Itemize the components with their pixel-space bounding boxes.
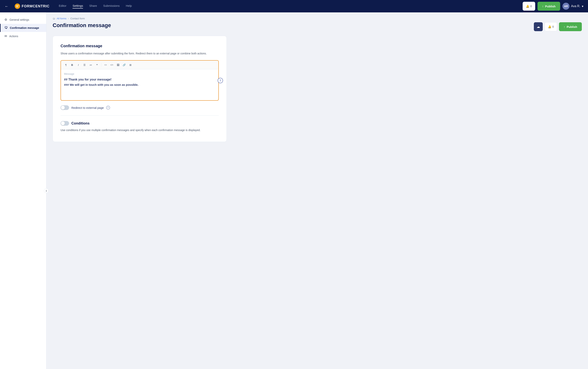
section-description: Show users a confirmation message after …: [60, 51, 219, 56]
publish-label: Publish: [545, 5, 556, 8]
user-name: Ava R.: [571, 4, 580, 8]
content-card: Confirmation message Show users a confir…: [53, 36, 227, 142]
redirect-label: Redirect to external page: [71, 106, 104, 109]
user-menu[interactable]: AR Ava R. ▾: [562, 3, 583, 10]
gear-icon: ⚙: [4, 18, 7, 21]
app-layout: ⚙ General settings 🗨 Confirmation messag…: [0, 0, 588, 369]
editor-placeholder: Message: [64, 72, 215, 75]
sidebar-item-label: Confirmation message: [10, 26, 39, 30]
publish-button[interactable]: ↑ Publish: [538, 2, 560, 11]
bell-icon: 🔔: [548, 25, 551, 28]
redirect-toggle[interactable]: [60, 105, 69, 110]
avatar: AR: [562, 3, 569, 10]
breadcrumb-form-name: Contact form: [70, 17, 85, 20]
notify-button[interactable]: 🔔 0: [523, 2, 535, 11]
sidebar: ⚙ General settings 🗨 Confirmation messag…: [0, 12, 46, 369]
header-actions: ☁ 🔔 0 ↑ Publish: [534, 22, 582, 31]
header-notify-button[interactable]: 🔔 0: [545, 22, 557, 31]
toolbar-separator: [101, 63, 101, 67]
toolbar-bullet-list-btn[interactable]: ☰: [82, 62, 87, 68]
section-title: Confirmation message: [60, 44, 219, 48]
breadcrumb-separator: ›: [68, 17, 69, 20]
topnav: ← FORMCENTRIC Editor Settings Share Subm…: [0, 0, 588, 12]
toolbar-image-btn[interactable]: 🖼: [115, 62, 121, 68]
section-divider: [60, 115, 219, 116]
nav-share[interactable]: Share: [89, 4, 97, 9]
conditions-label: Conditions: [71, 121, 89, 125]
editor-toolbar: ¶ B I ☰ ≔ ❝ <> </> 🖼 🔗 ⊞: [61, 61, 218, 69]
nav-right: 🔔 0 ↑ Publish AR Ava R. ▾: [523, 2, 583, 11]
envelope-icon: ✉: [4, 34, 7, 38]
editor-wrapper: ¶ B I ☰ ≔ ❝ <> </> 🖼 🔗 ⊞: [60, 60, 219, 101]
nav-settings[interactable]: Settings: [73, 4, 83, 9]
editor-content[interactable]: Message ## Thank you for your message! #…: [61, 69, 218, 100]
toolbar-code-block-btn[interactable]: </>: [109, 62, 115, 68]
back-button[interactable]: ←: [5, 4, 9, 9]
logo-text: FORMCENTRIC: [22, 4, 49, 8]
main-content: 🗂 All forms › Contact form Confirmation …: [46, 12, 588, 369]
bell-icon: 🔔: [526, 5, 529, 8]
toolbar-blockquote-btn[interactable]: ❝: [94, 62, 100, 68]
toolbar-ordered-list-btn[interactable]: ≔: [88, 62, 93, 68]
editor-line-2[interactable]: ### We will get in touch with you as soo…: [64, 82, 215, 87]
breadcrumb-all-forms[interactable]: All forms: [57, 17, 67, 20]
conditions-knob: [61, 121, 65, 125]
sidebar-item-confirmation-message[interactable]: 🗨 Confirmation message: [0, 24, 46, 32]
toolbar-italic-btn[interactable]: I: [76, 62, 81, 68]
sidebar-item-actions[interactable]: ✉ Actions: [0, 32, 46, 40]
collapse-icon: ‖: [46, 190, 47, 192]
nav-editor[interactable]: Editor: [59, 4, 66, 9]
nav-links: Editor Settings Share Submissions Help: [59, 4, 132, 9]
page-title: Confirmation message: [53, 22, 111, 29]
header-notify-count: 0: [552, 25, 554, 28]
page-header: Confirmation message ☁ 🔔 0 ↑ Publish: [53, 22, 582, 31]
publish-icon: ↑: [542, 5, 544, 8]
sidebar-item-general-settings[interactable]: ⚙ General settings: [0, 15, 46, 24]
notify-count: 0: [530, 5, 532, 8]
conditions-toggle[interactable]: [60, 121, 69, 126]
header-publish-button[interactable]: ↑ Publish: [559, 22, 582, 31]
cloud-icon: ☁: [537, 25, 540, 29]
toggle-knob: [61, 106, 65, 110]
nav-help[interactable]: Help: [126, 4, 132, 9]
toolbar-paragraph-btn[interactable]: ¶: [63, 62, 69, 68]
editor-line-1[interactable]: ## Thank you for your message!: [64, 77, 215, 82]
sidebar-item-label: General settings: [10, 18, 29, 21]
redirect-toggle-row: Redirect to external page ?: [60, 105, 219, 110]
cloud-save-button[interactable]: ☁: [534, 22, 543, 31]
toolbar-bold-btn[interactable]: B: [69, 62, 75, 68]
upload-icon: ↑: [564, 25, 565, 29]
logo: FORMCENTRIC: [15, 3, 49, 9]
sidebar-collapse-button[interactable]: ‖: [44, 188, 49, 193]
redirect-help-icon[interactable]: ?: [106, 106, 110, 110]
header-publish-label: Publish: [567, 25, 577, 29]
toolbar-link-btn[interactable]: 🔗: [121, 62, 127, 68]
back-icon: ←: [5, 4, 9, 9]
chevron-down-icon: ▾: [582, 4, 583, 8]
editor-help-icon[interactable]: ?: [218, 78, 223, 83]
breadcrumb: 🗂 All forms › Contact form: [53, 17, 582, 20]
toolbar-table-btn[interactable]: ⊞: [128, 62, 133, 68]
toolbar-code-inline-btn[interactable]: <>: [103, 62, 108, 68]
logo-icon: [15, 3, 20, 9]
sidebar-item-label: Actions: [9, 35, 18, 38]
conditions-description: Use conditions if you use multiple confi…: [60, 128, 219, 132]
nav-submissions[interactable]: Submissions: [103, 4, 119, 9]
conditions-row: Conditions: [60, 121, 219, 126]
avatar-initials: AR: [564, 5, 568, 8]
editor-box: ¶ B I ☰ ≔ ❝ <> </> 🖼 🔗 ⊞: [60, 60, 219, 101]
chat-icon: 🗨: [4, 26, 8, 30]
forms-icon: 🗂: [53, 17, 55, 20]
